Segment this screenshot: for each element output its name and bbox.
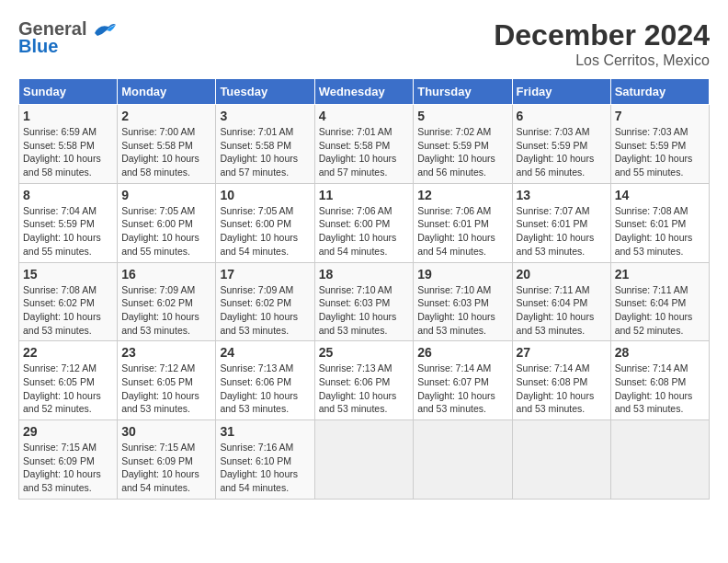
col-sunday: Sunday <box>19 79 118 105</box>
table-row: 27Sunrise: 7:14 AM Sunset: 6:08 PM Dayli… <box>512 341 610 420</box>
table-row: 12Sunrise: 7:06 AM Sunset: 6:01 PM Dayli… <box>414 183 512 262</box>
day-info: Sunrise: 7:06 AM Sunset: 6:01 PM Dayligh… <box>417 204 507 259</box>
calendar-week-row: 22Sunrise: 7:12 AM Sunset: 6:05 PM Dayli… <box>19 341 710 420</box>
day-info: Sunrise: 7:09 AM Sunset: 6:02 PM Dayligh… <box>121 283 211 338</box>
day-number: 19 <box>417 267 507 282</box>
day-info: Sunrise: 7:11 AM Sunset: 6:04 PM Dayligh… <box>615 283 705 338</box>
table-row: 26Sunrise: 7:14 AM Sunset: 6:07 PM Dayli… <box>414 341 512 420</box>
day-info: Sunrise: 7:10 AM Sunset: 6:03 PM Dayligh… <box>417 283 507 338</box>
day-number: 4 <box>319 109 410 123</box>
day-info: Sunrise: 7:04 AM Sunset: 5:59 PM Dayligh… <box>23 204 113 259</box>
day-info: Sunrise: 7:15 AM Sunset: 6:09 PM Dayligh… <box>23 441 113 495</box>
day-info: Sunrise: 7:12 AM Sunset: 6:05 PM Dayligh… <box>23 362 113 416</box>
day-number: 12 <box>417 188 507 202</box>
table-row: 1Sunrise: 6:59 AM Sunset: 5:58 PM Daylig… <box>19 105 118 184</box>
day-info: Sunrise: 7:10 AM Sunset: 6:03 PM Dayligh… <box>319 283 410 338</box>
calendar-header-row: Sunday Monday Tuesday Wednesday Thursday… <box>19 79 710 105</box>
table-row: 24Sunrise: 7:13 AM Sunset: 6:06 PM Dayli… <box>216 341 314 420</box>
table-row: 13Sunrise: 7:07 AM Sunset: 6:01 PM Dayli… <box>512 183 610 262</box>
day-number: 6 <box>517 109 607 123</box>
table-row: 19Sunrise: 7:10 AM Sunset: 6:03 PM Dayli… <box>414 262 512 341</box>
day-number: 21 <box>615 267 705 282</box>
table-row: 10Sunrise: 7:05 AM Sunset: 6:00 PM Dayli… <box>216 183 314 262</box>
day-info: Sunrise: 7:08 AM Sunset: 6:01 PM Dayligh… <box>615 204 705 259</box>
day-info: Sunrise: 7:05 AM Sunset: 6:00 PM Dayligh… <box>121 204 211 259</box>
calendar-week-row: 15Sunrise: 7:08 AM Sunset: 6:02 PM Dayli… <box>19 262 710 341</box>
calendar-table: Sunday Monday Tuesday Wednesday Thursday… <box>18 78 710 500</box>
day-info: Sunrise: 7:12 AM Sunset: 6:05 PM Dayligh… <box>121 362 211 416</box>
day-info: Sunrise: 6:59 AM Sunset: 5:58 PM Dayligh… <box>23 125 113 179</box>
table-row: 21Sunrise: 7:11 AM Sunset: 6:04 PM Dayli… <box>610 262 709 341</box>
table-row: 5Sunrise: 7:02 AM Sunset: 5:59 PM Daylig… <box>414 105 512 184</box>
day-info: Sunrise: 7:08 AM Sunset: 6:02 PM Dayligh… <box>23 283 113 338</box>
table-row: 29Sunrise: 7:15 AM Sunset: 6:09 PM Dayli… <box>19 420 118 500</box>
day-number: 9 <box>121 188 211 202</box>
table-row: 4Sunrise: 7:01 AM Sunset: 5:58 PM Daylig… <box>314 105 414 184</box>
table-row: 31Sunrise: 7:16 AM Sunset: 6:10 PM Dayli… <box>216 420 314 500</box>
table-row: 20Sunrise: 7:11 AM Sunset: 6:04 PM Dayli… <box>512 262 610 341</box>
day-info: Sunrise: 7:03 AM Sunset: 5:59 PM Dayligh… <box>615 125 705 179</box>
day-number: 5 <box>417 109 507 123</box>
col-tuesday: Tuesday <box>216 79 314 105</box>
day-info: Sunrise: 7:03 AM Sunset: 5:59 PM Dayligh… <box>517 125 607 179</box>
table-row: 2Sunrise: 7:00 AM Sunset: 5:58 PM Daylig… <box>118 105 216 184</box>
day-number: 13 <box>517 188 607 202</box>
day-number: 1 <box>23 109 113 123</box>
day-number: 14 <box>615 188 705 202</box>
table-row: 18Sunrise: 7:10 AM Sunset: 6:03 PM Dayli… <box>314 262 414 341</box>
day-info: Sunrise: 7:15 AM Sunset: 6:09 PM Dayligh… <box>121 441 211 495</box>
table-row: 14Sunrise: 7:08 AM Sunset: 6:01 PM Dayli… <box>610 183 709 262</box>
day-number: 11 <box>319 188 410 202</box>
table-row: 25Sunrise: 7:13 AM Sunset: 6:06 PM Dayli… <box>314 341 414 420</box>
day-info: Sunrise: 7:01 AM Sunset: 5:58 PM Dayligh… <box>220 125 310 179</box>
day-info: Sunrise: 7:06 AM Sunset: 6:00 PM Dayligh… <box>319 204 410 259</box>
day-info: Sunrise: 7:07 AM Sunset: 6:01 PM Dayligh… <box>517 204 607 259</box>
day-info: Sunrise: 7:13 AM Sunset: 6:06 PM Dayligh… <box>220 362 310 416</box>
calendar-week-row: 29Sunrise: 7:15 AM Sunset: 6:09 PM Dayli… <box>19 420 710 500</box>
day-number: 22 <box>23 345 113 360</box>
table-row: 22Sunrise: 7:12 AM Sunset: 6:05 PM Dayli… <box>19 341 118 420</box>
title-area: December 2024 Los Cerritos, Mexico <box>494 18 710 69</box>
day-number: 2 <box>121 109 211 123</box>
calendar-title: December 2024 <box>494 18 710 52</box>
table-row: 15Sunrise: 7:08 AM Sunset: 6:02 PM Dayli… <box>19 262 118 341</box>
table-row <box>512 420 610 500</box>
calendar-week-row: 1Sunrise: 6:59 AM Sunset: 5:58 PM Daylig… <box>19 105 710 184</box>
day-info: Sunrise: 7:11 AM Sunset: 6:04 PM Dayligh… <box>517 283 607 338</box>
logo-bird-icon <box>90 19 118 40</box>
calendar-subtitle: Los Cerritos, Mexico <box>494 52 710 69</box>
day-info: Sunrise: 7:14 AM Sunset: 6:08 PM Dayligh… <box>517 362 607 416</box>
day-number: 26 <box>417 345 507 360</box>
table-row: 6Sunrise: 7:03 AM Sunset: 5:59 PM Daylig… <box>512 105 610 184</box>
day-number: 8 <box>23 188 113 202</box>
day-info: Sunrise: 7:05 AM Sunset: 6:00 PM Dayligh… <box>220 204 310 259</box>
day-number: 28 <box>615 345 705 360</box>
table-row: 16Sunrise: 7:09 AM Sunset: 6:02 PM Dayli… <box>118 262 216 341</box>
col-wednesday: Wednesday <box>314 79 414 105</box>
day-number: 31 <box>220 424 310 439</box>
table-row: 7Sunrise: 7:03 AM Sunset: 5:59 PM Daylig… <box>610 105 709 184</box>
col-saturday: Saturday <box>610 79 709 105</box>
day-info: Sunrise: 7:01 AM Sunset: 5:58 PM Dayligh… <box>319 125 410 179</box>
logo-blue-text: Blue <box>18 36 58 57</box>
day-number: 23 <box>121 345 211 360</box>
table-row: 23Sunrise: 7:12 AM Sunset: 6:05 PM Dayli… <box>118 341 216 420</box>
day-number: 18 <box>319 267 410 282</box>
day-info: Sunrise: 7:16 AM Sunset: 6:10 PM Dayligh… <box>220 441 310 495</box>
day-number: 3 <box>220 109 310 123</box>
day-number: 27 <box>517 345 607 360</box>
day-number: 15 <box>23 267 113 282</box>
col-thursday: Thursday <box>414 79 512 105</box>
logo: General Blue <box>18 18 118 57</box>
col-friday: Friday <box>512 79 610 105</box>
day-number: 20 <box>517 267 607 282</box>
table-row: 11Sunrise: 7:06 AM Sunset: 6:00 PM Dayli… <box>314 183 414 262</box>
day-number: 10 <box>220 188 310 202</box>
table-row: 17Sunrise: 7:09 AM Sunset: 6:02 PM Dayli… <box>216 262 314 341</box>
table-row <box>414 420 512 500</box>
day-number: 29 <box>23 424 113 439</box>
col-monday: Monday <box>118 79 216 105</box>
table-row: 3Sunrise: 7:01 AM Sunset: 5:58 PM Daylig… <box>216 105 314 184</box>
day-number: 17 <box>220 267 310 282</box>
day-info: Sunrise: 7:09 AM Sunset: 6:02 PM Dayligh… <box>220 283 310 338</box>
